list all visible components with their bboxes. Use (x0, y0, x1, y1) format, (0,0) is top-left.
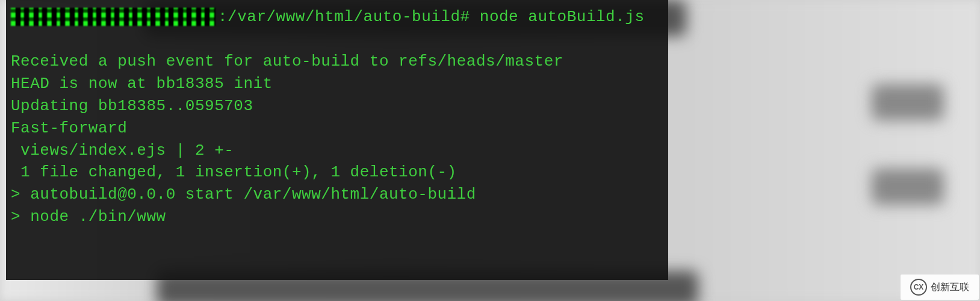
censored-hostname (11, 8, 216, 26)
terminal-output-line: > node ./bin/www (11, 206, 663, 228)
terminal-output-line: views/index.ejs | 2 +- (11, 140, 663, 162)
terminal-output-line: Updating bb18385..0595703 (11, 95, 663, 117)
terminal-output-line: Received a push event for auto-build to … (11, 51, 663, 73)
blur-shape (872, 84, 944, 120)
terminal-prompt-line: :/var/www/html/auto-build# node autoBuil… (11, 6, 663, 28)
terminal-output-line: > autobuild@0.0.0 start /var/www/html/au… (11, 184, 663, 206)
terminal-output-line: HEAD is now at bb18385 init (11, 73, 663, 95)
blur-shape (872, 169, 944, 205)
terminal-output-line: Fast-forward (11, 117, 663, 140)
watermark-logo-icon: CX (910, 279, 927, 296)
prompt-command: node autoBuild.js (470, 6, 645, 28)
terminal-window[interactable]: :/var/www/html/auto-build# node autoBuil… (6, 0, 668, 280)
terminal-output-line: 1 file changed, 1 insertion(+), 1 deleti… (11, 161, 663, 184)
watermark-badge: CX 创新互联 (901, 275, 979, 300)
prompt-path: :/var/www/html/auto-build# (218, 6, 470, 28)
terminal-empty-line (11, 28, 663, 51)
watermark-text: 创新互联 (931, 281, 969, 294)
